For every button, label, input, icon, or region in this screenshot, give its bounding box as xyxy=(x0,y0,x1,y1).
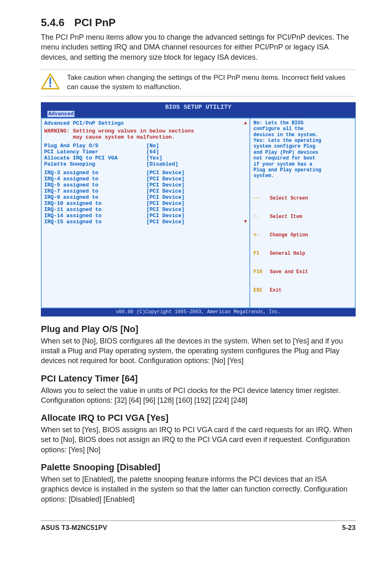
bios-left-panel: Advanced PCI/PnP Settings ▲ WARNING: Set… xyxy=(41,118,249,308)
setting-row: Allocate IRQ to PCI VGA[Yes] xyxy=(44,155,247,161)
bios-help-text: No: Lets the BIOS configure all the devi… xyxy=(253,120,352,179)
subsection-heading: Palette Snooping [Disabled] xyxy=(41,462,356,473)
bios-warning: WARNING: Setting wrong values in below s… xyxy=(44,128,247,140)
section-number: 5.4.6 xyxy=(41,16,65,29)
setting-row: PCI Latency Timer[64] xyxy=(44,149,247,155)
section-title: PCI PnP xyxy=(74,16,116,29)
subsection-body: Allows you to select the value in units … xyxy=(41,386,356,406)
irq-row: IRQ-5 assigned to[PCI Device] xyxy=(44,182,247,188)
subsection-heading: Allocate IRQ to PCI VGA [Yes] xyxy=(41,413,356,423)
irq-row: IRQ-9 assigned to[PCI Device] xyxy=(44,194,247,200)
bios-help-panel: No: Lets the BIOS configure all the devi… xyxy=(249,118,356,308)
irq-row: IRQ-14 assigned to[PCI Device] xyxy=(44,213,247,219)
scroll-up-icon: ▲ xyxy=(244,120,247,128)
caution-icon xyxy=(41,73,60,90)
irq-row: IRQ-15 assigned to[PCI Device] xyxy=(44,219,185,225)
caution-box: Take caution when changing the settings … xyxy=(41,70,356,97)
irq-row: IRQ-7 assigned to[PCI Device] xyxy=(44,188,247,194)
footer-left: ASUS T3-M2NC51PV xyxy=(41,524,107,532)
bios-tab-advanced: Advanced xyxy=(47,111,74,117)
bios-title: BIOS SETUP UTILITY xyxy=(41,104,356,111)
scroll-down-icon: ▼ xyxy=(244,219,247,225)
subsection-body: When set to [Enabled], the palette snoop… xyxy=(41,474,356,504)
irq-row: IRQ-4 assigned to[PCI Device] xyxy=(44,176,247,182)
bios-panel-title: Advanced PCI/PnP Settings xyxy=(44,120,124,126)
irq-row: IRQ-11 assigned to[PCI Device] xyxy=(44,206,247,213)
bios-header: BIOS SETUP UTILITY Advanced xyxy=(41,103,356,118)
subsection-body: When set to [Yes], BIOS assigns an IRQ t… xyxy=(41,425,356,455)
subsection-heading: PCI Latency Timer [64] xyxy=(41,373,356,384)
caution-text: Take caution when changing the settings … xyxy=(67,73,356,92)
footer-right: 5-23 xyxy=(342,524,356,532)
bios-tabs: Advanced xyxy=(41,111,356,118)
section-heading: 5.4.6 PCI PnP xyxy=(41,16,356,29)
subsection-heading: Plug and Play O/S [No] xyxy=(41,324,356,334)
setting-row: Palette Snooping[Disabled] xyxy=(44,161,247,167)
irq-row: IRQ-3 assigned to[PCI Device] xyxy=(44,170,247,176)
intro-paragraph: The PCI PnP menu items allow you to chan… xyxy=(41,32,356,62)
setting-row: Plug And Play O/S[No] xyxy=(44,143,247,149)
bios-screenshot: BIOS SETUP UTILITY Advanced Advanced PCI… xyxy=(41,102,356,316)
irq-row: IRQ-10 assigned to[PCI Device] xyxy=(44,200,247,206)
subsection-body: When set to [No], BIOS configures all th… xyxy=(41,336,356,366)
page-footer: ASUS T3-M2NC51PV 5-23 xyxy=(41,521,356,532)
svg-point-2 xyxy=(49,85,52,87)
bios-footer: v00.00 (C)Copyright 1985-2003, American … xyxy=(41,308,356,316)
bios-key-legend: ←→Select Screen ↑↓Select Item +-Change O… xyxy=(253,183,352,306)
